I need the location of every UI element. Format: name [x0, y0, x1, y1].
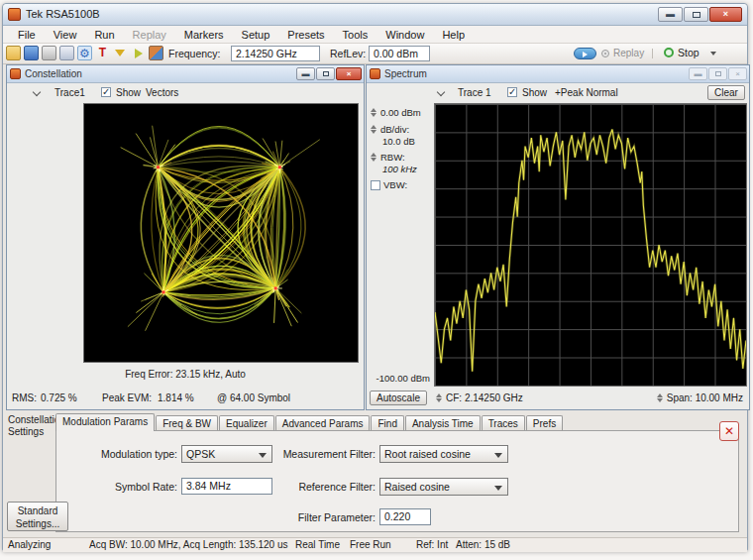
save-icon[interactable] — [24, 46, 39, 60]
restore-icon — [715, 71, 721, 76]
application-window: Tek RSA5100B ▬ × FileViewRunReplayMarker… — [2, 3, 748, 551]
tab-freq-bw[interactable]: Freq & BW — [156, 415, 218, 431]
db-div-control[interactable]: dB/div: — [371, 124, 409, 135]
clear-button[interactable]: Clear — [707, 85, 745, 100]
toolbar-icons — [6, 46, 163, 60]
menu-presets[interactable]: Presets — [278, 29, 333, 41]
symbol-rate-input[interactable]: 3.84 MHz — [181, 478, 272, 495]
reflev-label: RefLev: — [330, 48, 366, 59]
adjust-icon — [436, 393, 443, 402]
rms-value: 0.725 % — [41, 392, 77, 403]
spectrum-minimize-button[interactable]: ▬ — [689, 67, 707, 80]
spectrum-bottom-row: Autoscale CF: 2.14250 GHz Span: 10.00 MH… — [367, 391, 749, 408]
constellation-restore-button[interactable] — [316, 67, 335, 80]
frequency-input[interactable]: 2.14250 GHz — [231, 46, 320, 61]
analysis-icon[interactable] — [149, 46, 163, 60]
constellation-trace-label[interactable]: Trace1 — [54, 87, 85, 98]
status-item-5: Atten: 15 dB — [456, 539, 510, 550]
menu-tools[interactable]: Tools — [334, 29, 377, 41]
spectrum-title-bar[interactable]: Spectrum ▬ × — [367, 65, 749, 83]
run-status-icon — [664, 48, 674, 57]
tab-advanced-params[interactable]: Advanced Params — [275, 415, 371, 431]
constellation-minimize-button[interactable]: ▬ — [296, 67, 315, 80]
measurement-filter-dropdown[interactable]: Root raised cosine — [379, 445, 508, 463]
menu-help[interactable]: Help — [433, 29, 474, 41]
rbw-control[interactable]: RBW: — [371, 152, 405, 163]
menu-markers[interactable]: Markers — [175, 29, 233, 41]
spectrum-trace-label[interactable]: Trace 1 — [458, 87, 491, 98]
spectrum-detector-label[interactable]: +Peak Normal — [555, 87, 618, 98]
constellation-window-icon — [10, 68, 21, 79]
symbol-rate-label: Symbol Rate: — [70, 481, 177, 493]
constellation-title-bar[interactable]: Constellation ▬ × — [7, 65, 364, 83]
adjust-icon — [371, 108, 377, 117]
autoscale-button[interactable]: Autoscale — [370, 391, 427, 405]
spectrum-restore-button[interactable] — [708, 67, 727, 80]
spectrum-window: Spectrum ▬ × Trace 1 Show +Peak Normal C… — [366, 64, 750, 410]
toolbar-separator — [652, 49, 653, 58]
maximize-button[interactable] — [684, 7, 708, 22]
reference-filter-label: Reference Filter: — [272, 481, 376, 493]
print-icon[interactable] — [42, 46, 56, 60]
settings-gear-icon[interactable] — [77, 46, 92, 60]
replay-play-button[interactable] — [574, 48, 596, 59]
reflev-input[interactable]: 0.00 dBm — [369, 46, 430, 61]
tab-equalizer[interactable]: Equalizer — [219, 415, 274, 431]
replay-label[interactable]: Replay — [613, 48, 644, 58]
vbw-control[interactable]: VBW: — [371, 179, 407, 190]
ref-level-value: 0.00 dBm — [380, 107, 421, 118]
replay-icon — [601, 50, 609, 57]
minimize-button[interactable]: ▬ — [658, 7, 683, 22]
settings-close-button[interactable]: ✕ — [719, 421, 739, 441]
cf-control[interactable]: CF: 2.14250 GHz — [436, 392, 523, 403]
status-item-3: Free Run — [350, 539, 391, 550]
display-icon[interactable] — [59, 46, 74, 60]
menu-file[interactable]: File — [9, 29, 45, 41]
menu-run[interactable]: Run — [85, 29, 123, 41]
chevron-down-icon[interactable] — [438, 89, 445, 96]
standard-settings-button[interactable]: Standard Settings... — [7, 502, 68, 531]
tab-traces[interactable]: Traces — [482, 415, 525, 431]
tab-prefs[interactable]: Prefs — [526, 415, 563, 431]
span-control[interactable]: Span: 10.00 MHz — [657, 392, 743, 403]
constellation-window: Constellation ▬ × Trace1 Show Vectors Fr… — [6, 64, 365, 410]
menu-view[interactable]: View — [45, 29, 86, 41]
reference-filter-dropdown[interactable]: Raised cosine — [379, 478, 508, 496]
stop-button[interactable]: Stop — [664, 47, 699, 58]
stop-dropdown-caret[interactable] — [710, 52, 716, 56]
spectrum-show-label: Show — [522, 87, 547, 98]
peak-evm-value: 1.814 % — [158, 392, 194, 403]
chevron-down-icon[interactable] — [34, 89, 41, 96]
constellation-vectors-label[interactable]: Vectors — [146, 87, 178, 98]
spectrum-show-checkbox[interactable] — [507, 87, 517, 97]
restore-icon — [323, 71, 329, 76]
menu-window[interactable]: Window — [376, 29, 433, 41]
cursor-icon[interactable] — [131, 46, 146, 60]
tab-find[interactable]: Find — [371, 415, 403, 431]
tek-logo-icon — [8, 8, 21, 21]
spectrum-close-button[interactable]: × — [728, 67, 747, 80]
trigger-icon[interactable] — [113, 46, 128, 60]
vbw-checkbox[interactable] — [371, 180, 380, 190]
menu-replay[interactable]: Replay — [124, 29, 175, 41]
menu-setup[interactable]: Setup — [233, 29, 279, 41]
rbw-label: RBW: — [380, 152, 405, 163]
status-item-1: Acq BW: 10.00 MHz, Acq Length: 135.120 u… — [89, 539, 288, 550]
bottom-level-label: -100.00 dBm — [369, 373, 430, 384]
close-button[interactable]: × — [709, 7, 742, 22]
toolbar: Frequency: 2.14250 GHz RefLev: 0.00 dBm … — [3, 44, 747, 64]
title-bar[interactable]: Tek RSA5100B ▬ × — [3, 4, 747, 26]
filter-parameter-input[interactable]: 0.220 — [379, 508, 431, 525]
db-div-label: dB/div: — [380, 124, 409, 135]
ref-level-control[interactable]: 0.00 dBm — [371, 107, 421, 118]
marker-t-icon[interactable] — [95, 46, 110, 60]
constellation-close-button[interactable]: × — [336, 67, 362, 80]
constellation-show-checkbox[interactable] — [101, 87, 111, 97]
tab-analysis-time[interactable]: Analysis Time — [405, 415, 481, 431]
modulation-type-label: Modulation type: — [70, 448, 177, 460]
open-icon[interactable] — [6, 46, 21, 60]
modulation-type-dropdown[interactable]: QPSK — [181, 445, 272, 463]
tab-modulation-params[interactable]: Modulation Params — [55, 413, 155, 431]
freq-error-readout: Freq Error: 23.15 kHz, Auto — [7, 369, 364, 380]
vbw-label: VBW: — [383, 179, 407, 190]
